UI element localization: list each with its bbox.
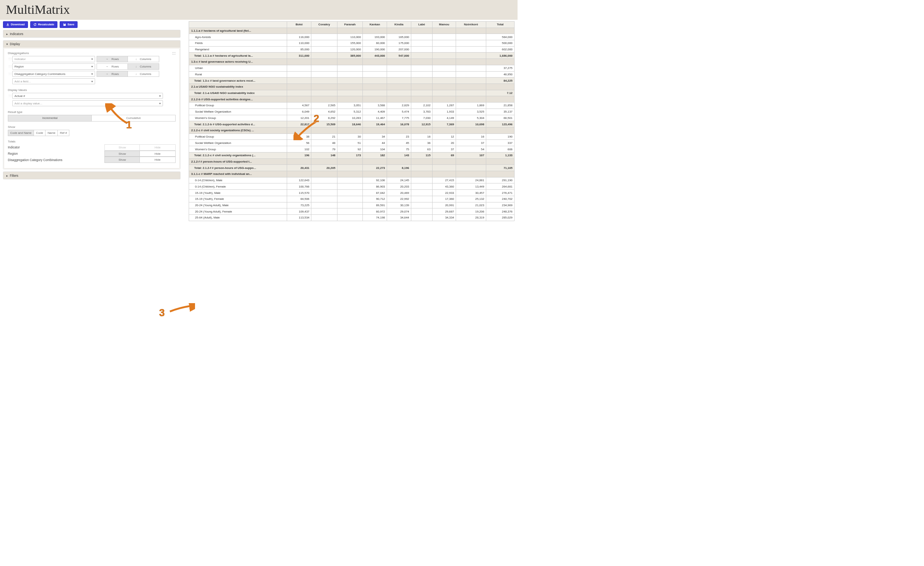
grid-cell: 20,205 bbox=[311, 165, 338, 171]
dcc-rows-button[interactable]: →Rows bbox=[97, 71, 128, 77]
grid-cell bbox=[337, 202, 363, 209]
grid-cell bbox=[432, 59, 456, 65]
grid-cell bbox=[432, 34, 456, 40]
grid-cell: 37,275 bbox=[486, 65, 514, 71]
grid-row-label: 15-19 (Youth), Male bbox=[189, 190, 287, 196]
region-columns-button[interactable]: ↓Columns bbox=[128, 63, 159, 70]
cumulative-button[interactable]: Cumulative bbox=[92, 115, 175, 122]
grid-cell bbox=[311, 65, 338, 71]
grid-cell bbox=[432, 78, 456, 84]
dcc-columns-button[interactable]: ↓Columns bbox=[128, 71, 159, 77]
grid-cell bbox=[387, 65, 411, 71]
grid-cell: 56 bbox=[287, 140, 311, 146]
incremental-button[interactable]: Incremental bbox=[8, 115, 92, 122]
totals-dcc-show[interactable]: Show bbox=[104, 157, 140, 163]
grid-cell: 602,000 bbox=[486, 46, 514, 53]
grid-column-header[interactable]: Faranah bbox=[337, 21, 363, 28]
expand-icon[interactable]: ⛶ bbox=[172, 52, 176, 55]
grid-cell bbox=[411, 202, 432, 209]
grid-cell: 122,643 bbox=[287, 177, 311, 183]
grid-cell: 16 bbox=[411, 134, 432, 140]
region-rows-button[interactable]: →Rows bbox=[97, 63, 128, 70]
show-code[interactable]: Code bbox=[34, 130, 45, 136]
grid-cell: 19,464 bbox=[363, 121, 387, 128]
grid-column-header[interactable]: Nzérékoré bbox=[456, 21, 486, 28]
filters-panel-header[interactable]: Filters bbox=[3, 172, 180, 179]
totals-indicator-show[interactable]: Show bbox=[104, 144, 140, 151]
grid-cell bbox=[432, 46, 456, 53]
region-rc-toggle: →Rows ↓Columns bbox=[97, 63, 159, 70]
display-panel-header[interactable]: Display bbox=[3, 41, 180, 48]
grid-cell: 3,783 bbox=[411, 108, 432, 115]
grid-column-header[interactable]: Kankan bbox=[363, 21, 387, 28]
grid-total-row: Total: 2.1.2-b # USG-supported activitie… bbox=[189, 121, 514, 128]
grid-cell: 165,000 bbox=[387, 34, 411, 40]
totals-region-show[interactable]: Show bbox=[104, 151, 140, 157]
show-code-name[interactable]: Code and Name bbox=[8, 130, 34, 136]
grid-row-label: Social Welfare Organization bbox=[189, 108, 287, 115]
grid-cell bbox=[363, 84, 387, 90]
grid-cell bbox=[311, 128, 338, 134]
drag-handle-icon[interactable]: ⋮⋮ bbox=[8, 72, 11, 75]
grid-cell: 36 bbox=[411, 140, 432, 146]
drag-handle-icon[interactable]: ⋮⋮ bbox=[8, 65, 11, 68]
show-name[interactable]: Name bbox=[45, 130, 58, 136]
add-display-select[interactable]: Add a display value... ▾ bbox=[12, 100, 163, 107]
grid-column-header[interactable]: Kindia bbox=[387, 21, 411, 28]
grid-cell bbox=[411, 34, 432, 40]
app-header: MultiMatrix bbox=[0, 0, 518, 20]
region-select[interactable]: Region ▾ bbox=[12, 63, 95, 70]
grid-data-row: Women's Group102799210475633754606 bbox=[189, 146, 514, 153]
grid-cell bbox=[411, 71, 432, 78]
grid-cell bbox=[411, 96, 432, 102]
grid-cell bbox=[486, 128, 514, 134]
grid-cell: 102 bbox=[287, 146, 311, 153]
drag-handle-icon[interactable]: ⋮⋮ bbox=[8, 57, 11, 60]
indicator-select[interactable]: Indicator ▾ bbox=[12, 56, 95, 62]
actual-select[interactable]: Actual # ▾ bbox=[12, 93, 163, 99]
grid-cell: 4,149 bbox=[432, 115, 456, 121]
grid-column-header[interactable]: Mamou bbox=[432, 21, 456, 28]
indicator-rows-button[interactable]: →Rows bbox=[97, 56, 128, 62]
grid-row-label: 2.1.2-c # civil society organizations (C… bbox=[189, 128, 287, 134]
grid-cell: 10,698 bbox=[456, 121, 486, 128]
grid-column-header[interactable]: Conakry bbox=[311, 21, 338, 28]
grid-cell: 234,969 bbox=[486, 202, 514, 209]
drag-handle-icon[interactable]: ⋮⋮ bbox=[8, 95, 11, 97]
grid-column-header[interactable]: Total bbox=[486, 21, 514, 28]
add-field-select[interactable]: Add a field... ▾ bbox=[12, 78, 95, 85]
grid-cell bbox=[387, 96, 411, 102]
grid-cell: 20,469 bbox=[387, 190, 411, 196]
grid-cell bbox=[456, 71, 486, 78]
show-ref[interactable]: Ref # bbox=[58, 130, 69, 136]
grid-cell: 6,049 bbox=[287, 108, 311, 115]
indicators-panel-header[interactable]: Indicators bbox=[3, 30, 180, 37]
grid-cell bbox=[411, 171, 432, 177]
grid-cell: 110,000 bbox=[337, 34, 363, 40]
grid-cell bbox=[456, 96, 486, 102]
grid-column-header[interactable]: Labé bbox=[411, 21, 432, 28]
totals-indicator-hide[interactable]: Hide bbox=[140, 144, 175, 151]
download-button[interactable]: Download bbox=[3, 21, 28, 28]
grid-cell: 107 bbox=[456, 152, 486, 158]
recalculate-button[interactable]: Recalculate bbox=[30, 21, 57, 28]
download-icon bbox=[6, 23, 9, 26]
grid-data-row: 0-14 (Children), Male122,64392,10624,145… bbox=[189, 177, 514, 183]
grid-row-label: Political Group bbox=[189, 134, 287, 140]
grid-column-header[interactable]: Boké bbox=[287, 21, 311, 28]
grid-cell: 148 bbox=[311, 152, 338, 158]
grid-data-row: Political Group3821303423161216190 bbox=[189, 134, 514, 140]
dcc-select-label: Disaggregation Category Combinations bbox=[15, 72, 66, 76]
grid-cell bbox=[311, 90, 338, 96]
indicator-columns-button[interactable]: ↓Columns bbox=[128, 56, 159, 62]
save-icon bbox=[63, 23, 66, 26]
totals-dcc-hide[interactable]: Hide bbox=[140, 157, 175, 163]
totals-region-hide[interactable]: Hide bbox=[140, 151, 175, 157]
grid-section-row: 2.1-a USAID NGO sustainability index bbox=[189, 84, 514, 90]
grid-row-label: Rural bbox=[189, 71, 287, 78]
dcc-select[interactable]: Disaggregation Category Combinations ▾ bbox=[12, 71, 95, 77]
dcc-rc-toggle: →Rows ↓Columns bbox=[97, 71, 159, 77]
save-button[interactable]: Save bbox=[60, 21, 78, 28]
grid-cell: 85,000 bbox=[287, 46, 311, 53]
grid-cell bbox=[337, 71, 363, 78]
